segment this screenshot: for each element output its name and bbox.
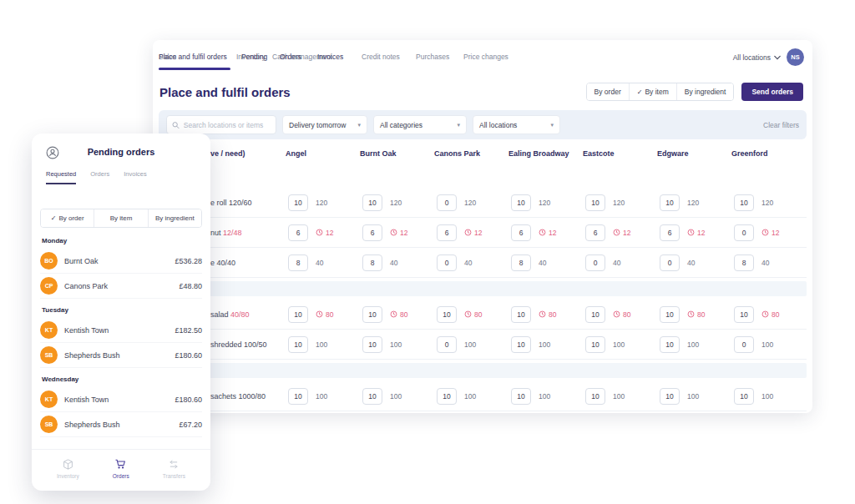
quantity-input[interactable] <box>288 388 308 405</box>
quantity-input[interactable] <box>511 336 531 353</box>
quantity-input[interactable] <box>362 306 382 323</box>
order-cell: 120 <box>730 194 804 211</box>
by-order-button[interactable]: By order <box>587 83 630 100</box>
quantity-input[interactable] <box>437 194 457 211</box>
location-name: Shepherds Bush <box>64 351 120 360</box>
quantity-input[interactable] <box>660 306 680 323</box>
quantity-input[interactable] <box>660 194 680 211</box>
quantity-input[interactable] <box>437 255 457 271</box>
quantity-input[interactable] <box>660 255 680 271</box>
quantity-input[interactable] <box>660 388 680 405</box>
account-icon[interactable] <box>46 146 59 159</box>
delivery-dropdown[interactable]: Delivery tomorrow▾ <box>282 115 367 134</box>
table-row: shredded 100/50100100100100100100100 <box>159 330 807 360</box>
quantity-input[interactable] <box>288 224 308 241</box>
location-filter-dropdown[interactable]: All locations <box>733 53 781 62</box>
by-ingredient-button[interactable]: By ingredient <box>149 209 201 227</box>
clock-icon <box>613 310 620 318</box>
quantity-input[interactable] <box>511 388 531 405</box>
quantity-input[interactable] <box>362 224 382 241</box>
quantity-input[interactable] <box>288 194 308 211</box>
clear-filters-link[interactable]: Clear filters <box>763 121 799 129</box>
nav-orders[interactable]: Orders <box>113 458 129 479</box>
quantity-input[interactable] <box>660 224 680 241</box>
quantity-input[interactable] <box>437 388 457 405</box>
nav-tab-pending[interactable]: Pending <box>241 53 267 61</box>
quantity-input[interactable] <box>660 336 680 353</box>
order-cell: 100 <box>284 336 358 353</box>
nav-tab-place-orders[interactable]: Place and fulfil orders <box>159 53 227 61</box>
column-header-ealing-broadway: Ealing Broadway <box>507 149 581 158</box>
quantity-input[interactable] <box>437 224 457 241</box>
order-cell: 100 <box>581 388 655 405</box>
quantity-input[interactable] <box>437 336 457 353</box>
quantity-input[interactable] <box>511 306 531 323</box>
tab-invoices[interactable]: Invoices <box>124 170 147 183</box>
pending-order-row[interactable]: CPCanons Park£48.80 <box>40 274 202 299</box>
quantity-input[interactable] <box>734 336 754 353</box>
available-value: 100 <box>613 340 625 349</box>
quantity-input[interactable] <box>437 306 457 323</box>
available-value: 100 <box>316 340 327 349</box>
quantity-input[interactable] <box>585 336 605 353</box>
nav-transfers[interactable]: Transfers <box>163 458 185 479</box>
quantity-input[interactable] <box>288 255 308 271</box>
quantity-input[interactable] <box>362 388 382 405</box>
available-value: 80 <box>464 310 482 319</box>
quantity-input[interactable] <box>511 194 531 211</box>
category-separator <box>159 363 807 378</box>
nav-tab-orders[interactable]: Orders <box>280 53 301 61</box>
quantity-input[interactable] <box>585 306 605 323</box>
quantity-input[interactable] <box>585 255 605 271</box>
nav-inventory[interactable]: Inventory <box>57 458 79 479</box>
by-ingredient-button[interactable]: By ingredient <box>677 83 734 100</box>
nav-tab-price-changes[interactable]: Price changes <box>463 53 508 61</box>
quantity-input[interactable] <box>734 388 754 405</box>
have-need-ratio: 40/80 <box>230 310 250 319</box>
tab-requested[interactable]: Requested <box>46 170 76 184</box>
available-value: 40 <box>539 259 546 267</box>
order-cell: 100 <box>581 336 655 353</box>
quantity-input[interactable] <box>511 224 531 241</box>
quantity-input[interactable] <box>362 336 382 353</box>
location-avatar: SB <box>40 346 58 364</box>
quantity-input[interactable] <box>288 336 308 353</box>
quantity-input[interactable] <box>585 194 605 211</box>
quantity-input[interactable] <box>362 255 382 271</box>
pending-order-row[interactable]: KTKentish Town£182.50 <box>40 318 202 343</box>
by-item-button[interactable]: ✓By item <box>630 83 677 100</box>
nav-tab-purchases[interactable]: Purchases <box>416 53 449 61</box>
nav-tab-invoices[interactable]: Invoices <box>317 53 343 61</box>
quantity-input[interactable] <box>734 194 754 211</box>
by-order-button[interactable]: ✓By order <box>41 209 94 227</box>
quantity-input[interactable] <box>362 194 382 211</box>
day-header: Tuesday <box>40 299 202 318</box>
tab-orders[interactable]: Orders <box>90 170 109 183</box>
quantity-input[interactable] <box>288 306 308 323</box>
available-value: 100 <box>464 392 476 401</box>
bottom-nav: Inventory Orders Transfers <box>32 449 210 491</box>
category-dropdown[interactable]: All categories▾ <box>373 115 467 134</box>
send-orders-button[interactable]: Send orders <box>741 83 803 101</box>
pending-order-row[interactable]: SBShepherds Bush£180.60 <box>40 343 202 368</box>
by-item-button[interactable]: By item <box>94 209 148 227</box>
pending-order-row[interactable]: SBShepherds Bush£67.20 <box>40 412 202 437</box>
user-avatar[interactable]: NS <box>787 48 804 66</box>
quantity-input[interactable] <box>734 255 754 271</box>
available-value: 12 <box>464 229 482 237</box>
have-need-ratio: 40/40 <box>217 259 236 267</box>
pending-order-row[interactable]: BOBurnt Oak£536.28 <box>40 249 202 274</box>
quantity-input[interactable] <box>734 224 754 241</box>
pending-order-row[interactable]: KTKentish Town£180.60 <box>40 387 202 412</box>
have-need-ratio: 12/48 <box>223 229 242 237</box>
quantity-input[interactable] <box>585 224 605 241</box>
quantity-input[interactable] <box>511 255 531 271</box>
order-cell: 12 <box>433 224 507 241</box>
order-cell: 40 <box>284 255 358 271</box>
quantity-input[interactable] <box>585 388 605 405</box>
quantity-input[interactable] <box>734 306 754 323</box>
order-cell: 100 <box>655 336 730 353</box>
search-input[interactable] <box>184 121 271 129</box>
nav-tab-credit-notes[interactable]: Credit notes <box>362 53 400 61</box>
location-dropdown[interactable]: All locations▾ <box>473 115 560 134</box>
